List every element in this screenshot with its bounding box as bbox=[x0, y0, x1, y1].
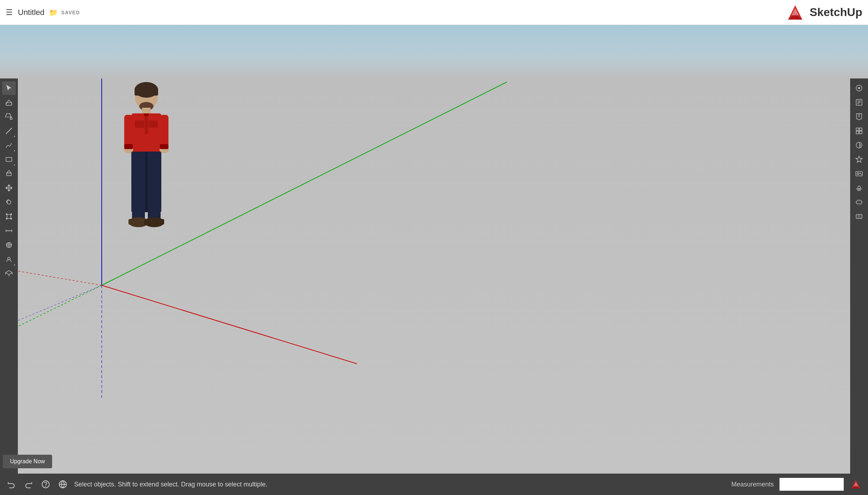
help-button[interactable] bbox=[40, 479, 51, 490]
undo-button[interactable] bbox=[6, 479, 17, 490]
svg-rect-14 bbox=[142, 108, 151, 114]
svg-point-35 bbox=[10, 118, 12, 120]
svg-rect-25 bbox=[145, 152, 147, 212]
line-tool[interactable] bbox=[2, 124, 16, 138]
svg-point-84 bbox=[46, 486, 46, 486]
materials-tool[interactable] bbox=[852, 138, 866, 152]
paint-bucket-tool[interactable] bbox=[2, 110, 16, 123]
svg-point-76 bbox=[857, 173, 859, 175]
status-bar: Select objects. Shift to extend select. … bbox=[0, 474, 868, 495]
svg-rect-32 bbox=[124, 144, 133, 149]
scale-tool[interactable] bbox=[2, 210, 16, 223]
folder-icon[interactable]: 📁 bbox=[49, 8, 58, 17]
right-toolbar bbox=[850, 78, 868, 474]
svg-point-78 bbox=[856, 200, 862, 204]
svg-rect-18 bbox=[148, 121, 158, 128]
instructor-tool[interactable] bbox=[852, 110, 866, 123]
svg-line-37 bbox=[6, 128, 12, 134]
push-pull-tool[interactable] bbox=[2, 167, 16, 180]
svg-point-61 bbox=[858, 87, 860, 89]
svg-rect-71 bbox=[856, 131, 859, 134]
svg-rect-43 bbox=[6, 214, 7, 215]
left-toolbar bbox=[0, 78, 18, 474]
move-tool[interactable] bbox=[2, 181, 16, 195]
scenes-tool[interactable] bbox=[852, 167, 866, 180]
menu-icon[interactable]: ☰ bbox=[6, 8, 13, 17]
entity-info-tool[interactable] bbox=[852, 96, 866, 109]
sketchup-logo-icon bbox=[784, 2, 806, 23]
match-photo-tool[interactable] bbox=[852, 195, 866, 209]
soften-edges-tool[interactable] bbox=[852, 210, 866, 223]
document-title: Untitled bbox=[18, 8, 45, 17]
svg-rect-12 bbox=[135, 89, 158, 96]
svg-rect-69 bbox=[856, 128, 859, 131]
rotate-tool[interactable] bbox=[2, 195, 16, 209]
tape-measure-tool[interactable] bbox=[2, 224, 16, 238]
svg-rect-70 bbox=[859, 128, 862, 131]
svg-rect-21 bbox=[160, 115, 168, 147]
eraser-tool[interactable] bbox=[2, 96, 16, 109]
svg-rect-72 bbox=[859, 131, 862, 134]
svg-point-77 bbox=[858, 186, 860, 189]
topbar: ☰ Untitled 📁 SAVED SketchUp bbox=[0, 0, 868, 25]
human-figure bbox=[118, 82, 175, 235]
status-text: Select objects. Shift to extend select. … bbox=[74, 481, 726, 488]
sketchup-logo-text: SketchUp bbox=[809, 6, 862, 19]
sky-area bbox=[0, 25, 868, 78]
components-tool[interactable] bbox=[852, 124, 866, 138]
styles-tool[interactable] bbox=[852, 153, 866, 166]
svg-rect-80 bbox=[856, 215, 862, 219]
measurements-input[interactable] bbox=[779, 478, 844, 491]
sketchup-badge-icon bbox=[849, 478, 862, 491]
section-plane-tool[interactable] bbox=[2, 267, 16, 280]
svg-point-68 bbox=[859, 114, 860, 115]
svg-rect-39 bbox=[7, 173, 11, 175]
fog-tool[interactable] bbox=[852, 181, 866, 195]
svg-rect-45 bbox=[6, 218, 7, 220]
svg-point-83 bbox=[42, 481, 49, 488]
rectangle-tool[interactable] bbox=[2, 153, 16, 166]
redo-button[interactable] bbox=[23, 479, 34, 490]
upgrade-now-button[interactable]: Upgrade Now bbox=[3, 455, 52, 468]
canvas-area[interactable] bbox=[0, 78, 868, 474]
svg-point-79 bbox=[856, 199, 862, 205]
default-tray-tool[interactable] bbox=[852, 81, 866, 95]
location-button[interactable] bbox=[57, 479, 69, 490]
svg-rect-33 bbox=[160, 144, 168, 149]
orbit-tool[interactable] bbox=[2, 238, 16, 252]
svg-marker-56 bbox=[6, 271, 12, 275]
svg-rect-31 bbox=[144, 219, 164, 225]
svg-rect-19 bbox=[145, 116, 148, 134]
svg-marker-40 bbox=[7, 170, 11, 173]
svg-rect-17 bbox=[135, 121, 144, 128]
select-tool[interactable] bbox=[2, 81, 16, 95]
svg-rect-46 bbox=[11, 218, 12, 220]
sketchup-logo: SketchUp bbox=[784, 2, 862, 23]
svg-rect-42 bbox=[7, 215, 11, 219]
svg-marker-74 bbox=[856, 156, 862, 162]
measurements-label: Measurements bbox=[731, 481, 774, 488]
svg-rect-44 bbox=[11, 214, 12, 215]
svg-rect-20 bbox=[124, 115, 133, 147]
look-around-tool[interactable] bbox=[2, 252, 16, 266]
saved-badge: SAVED bbox=[61, 10, 80, 15]
svg-rect-38 bbox=[6, 158, 12, 162]
freehand-tool[interactable] bbox=[2, 138, 16, 152]
